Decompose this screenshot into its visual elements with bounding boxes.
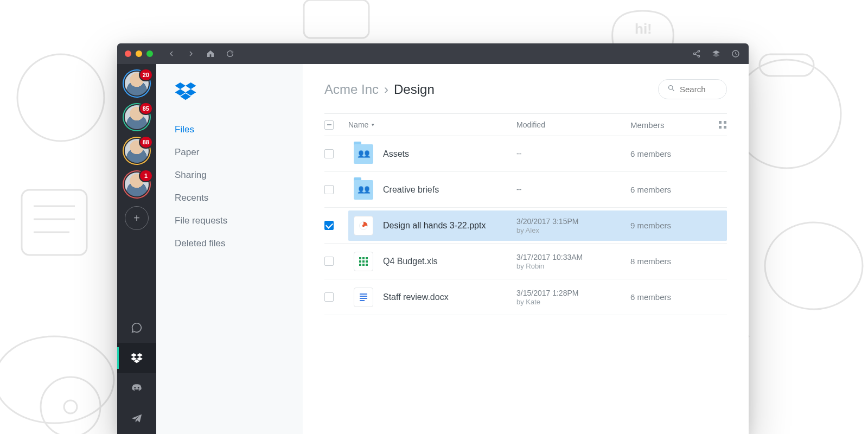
- row-checkbox[interactable]: [324, 292, 334, 302]
- search-input[interactable]: [680, 85, 718, 94]
- members-value: 8 members: [630, 257, 712, 266]
- forward-button[interactable]: [183, 46, 199, 61]
- excel-icon: [354, 252, 373, 271]
- svg-rect-32: [359, 260, 361, 263]
- svg-rect-31: [366, 257, 368, 259]
- file-name: Assets: [383, 149, 409, 159]
- members-value: 6 members: [630, 149, 712, 158]
- svg-rect-24: [724, 121, 726, 124]
- svg-point-0: [17, 54, 104, 141]
- home-button[interactable]: [203, 46, 218, 61]
- svg-text:hi!: hi!: [635, 21, 652, 37]
- table-row[interactable]: Staff review.docx 3/15/2017 1:28PMby Kat…: [324, 279, 727, 315]
- server-avatar-2[interactable]: 88: [125, 139, 149, 163]
- modified-value: 3/15/2017 1:28PM: [516, 288, 630, 298]
- dropbox-nav: Files Paper Sharing Recents File request…: [175, 118, 303, 255]
- powerpoint-icon: [354, 216, 373, 235]
- nav-recents[interactable]: Recents: [175, 187, 303, 209]
- svg-marker-19: [712, 53, 719, 57]
- close-button[interactable]: [125, 50, 131, 57]
- table-row[interactable]: Q4 Budget.xls 3/17/2017 10:33AMby Robin …: [324, 244, 727, 279]
- svg-rect-36: [362, 264, 365, 266]
- svg-rect-23: [719, 121, 722, 124]
- badge: 1: [140, 170, 152, 181]
- chevron-right-icon: ›: [384, 82, 388, 97]
- app-telegram[interactable]: [117, 404, 156, 434]
- svg-line-17: [695, 54, 698, 56]
- share-button[interactable]: [689, 46, 704, 61]
- folder-icon: 👤👤: [354, 180, 373, 200]
- svg-line-16: [695, 52, 698, 53]
- nav-sharing[interactable]: Sharing: [175, 164, 303, 187]
- app-window: 20 85 88 1 +: [117, 43, 749, 434]
- svg-rect-34: [366, 260, 368, 263]
- badge: 88: [140, 137, 152, 148]
- svg-rect-6: [304, 0, 369, 38]
- nav-paper[interactable]: Paper: [175, 141, 303, 164]
- modified-value: 3/20/2017 3:15PM: [516, 216, 630, 226]
- history-button[interactable]: [728, 46, 743, 61]
- row-checkbox[interactable]: [324, 221, 334, 230]
- svg-rect-30: [362, 257, 365, 259]
- modified-value: 3/17/2017 10:33AM: [516, 252, 630, 262]
- col-name[interactable]: Name▾: [348, 120, 516, 129]
- table-row[interactable]: Design all hands 3-22.pptx 3/20/2017 3:1…: [324, 208, 727, 244]
- svg-point-10: [765, 222, 863, 309]
- dropbox-main: Acme Inc › Design Name▾ Modified: [303, 64, 749, 434]
- file-name: Q4 Budget.xls: [383, 257, 438, 266]
- members-value: 6 members: [630, 292, 712, 302]
- titlebar: [117, 43, 749, 64]
- search-icon: [667, 84, 675, 94]
- svg-rect-26: [724, 126, 726, 129]
- select-all-checkbox[interactable]: [324, 120, 334, 130]
- folder-icon: 👤👤: [354, 144, 373, 164]
- maximize-button[interactable]: [146, 50, 153, 57]
- svg-line-22: [672, 89, 674, 91]
- row-checkbox[interactable]: [324, 149, 334, 158]
- nav-deleted[interactable]: Deleted files: [175, 232, 303, 255]
- minimize-button[interactable]: [136, 50, 142, 57]
- members-value: 9 members: [630, 221, 712, 230]
- row-checkbox[interactable]: [324, 257, 334, 266]
- breadcrumb-current: Design: [394, 82, 435, 97]
- file-name: Staff review.docx: [383, 292, 449, 302]
- svg-rect-1: [22, 190, 87, 255]
- dropbox-sidebar: Files Paper Sharing Recents File request…: [156, 64, 303, 434]
- col-members[interactable]: Members: [630, 120, 712, 130]
- server-avatar-0[interactable]: 20: [125, 72, 149, 95]
- svg-point-28: [362, 224, 365, 226]
- app-whatsapp[interactable]: [117, 312, 156, 343]
- app-discord[interactable]: [117, 373, 156, 404]
- table-row[interactable]: 👤👤 Assets -- 6 members: [324, 136, 727, 172]
- row-checkbox[interactable]: [324, 185, 334, 194]
- server-avatar-1[interactable]: 85: [125, 105, 149, 129]
- layers-button[interactable]: [709, 46, 724, 61]
- col-modified[interactable]: Modified: [516, 120, 630, 129]
- modified-value: --: [516, 149, 630, 158]
- dropbox-logo-icon: [175, 82, 303, 103]
- modified-by: by Alex: [516, 226, 630, 234]
- dropbox-pane: Files Paper Sharing Recents File request…: [156, 64, 749, 434]
- svg-rect-25: [719, 126, 722, 129]
- breadcrumb-parent[interactable]: Acme Inc: [324, 82, 379, 97]
- table-row[interactable]: 👤👤 Creative briefs -- 6 members: [324, 172, 727, 208]
- word-icon: [354, 288, 373, 307]
- modified-value: --: [516, 184, 630, 194]
- nav-files[interactable]: Files: [175, 118, 303, 141]
- search-box[interactable]: [658, 79, 727, 99]
- back-button[interactable]: [164, 46, 179, 61]
- file-name: Design all hands 3-22.pptx: [383, 221, 486, 231]
- add-server-button[interactable]: +: [125, 206, 149, 230]
- svg-rect-9: [760, 54, 814, 76]
- nav-file-requests[interactable]: File requests: [175, 209, 303, 232]
- view-toggle-icon[interactable]: [712, 120, 727, 129]
- reload-button[interactable]: [222, 46, 238, 61]
- svg-rect-35: [359, 264, 361, 266]
- window-controls: [125, 50, 153, 57]
- svg-point-11: [41, 377, 100, 434]
- servers-rail: 20 85 88 1 +: [117, 64, 156, 434]
- app-dropbox[interactable]: [117, 343, 156, 373]
- sort-caret-icon: ▾: [372, 122, 374, 127]
- modified-by: by Robin: [516, 262, 630, 270]
- server-avatar-3[interactable]: 1: [125, 173, 149, 196]
